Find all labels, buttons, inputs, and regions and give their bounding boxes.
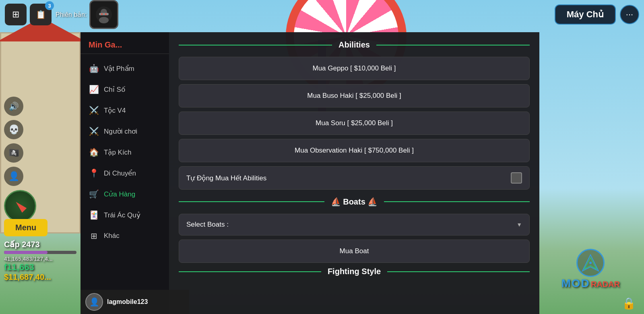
radar-logo-icon	[580, 253, 601, 273]
chi-so-label: Chỉ Số	[104, 85, 125, 94]
more-options-button[interactable]: ···	[620, 5, 639, 24]
nguoi-choi-icon: ⚔️	[89, 126, 99, 136]
beli-text: f11,663	[4, 262, 76, 273]
radar-text: RADAR	[591, 280, 620, 289]
bottom-left-hud: Menu Cấp 2473 41,165,483/127,4... f11,66…	[4, 219, 76, 282]
buy-geppo-button[interactable]: Mua Geppo [ $10,000 Beli ]	[179, 57, 530, 80]
sidebar: Min Ga... 🤖 Vật Phẩm 📈 Chỉ Số ⚔️ Tộc V4 …	[80, 32, 169, 314]
sidebar-header: Min Ga...	[80, 36, 169, 54]
trai-ac-quy-icon: 🃏	[89, 210, 99, 220]
svg-point-4	[101, 13, 103, 15]
mod-radar-watermark: MOD RADAR	[561, 249, 620, 290]
nguoi-choi-label: Người chơi	[104, 127, 137, 136]
flag-button[interactable]: 🏴‍☠️	[4, 143, 23, 163]
boats-line-right	[384, 201, 530, 202]
player-name: lagmobile123	[107, 298, 148, 306]
person-button[interactable]: 👤	[4, 167, 23, 186]
toc-v4-label: Tộc V4	[104, 106, 126, 115]
xp-bar	[4, 251, 76, 254]
ninja-avatar-icon	[95, 6, 113, 23]
boats-section-header: ⛵ Boats ⛵	[179, 197, 530, 207]
svg-point-2	[99, 17, 109, 23]
may-chu-button[interactable]: Máy Chủ	[555, 4, 616, 25]
buy-boat-button[interactable]: Mua Boat	[179, 240, 530, 263]
compass	[4, 190, 36, 222]
tap-kich-icon: 🏠	[89, 147, 99, 157]
chi-so-icon: 📈	[89, 85, 99, 94]
sound-button[interactable]: 🔊	[4, 97, 23, 116]
toc-v4-icon: ⚔️	[89, 105, 99, 115]
sidebar-item-nguoi-choi[interactable]: ⚔️ Người chơi	[80, 121, 169, 142]
level-info: Cấp 2473	[4, 240, 76, 249]
di-chuyen-label: Di Chuyển	[104, 169, 136, 178]
sidebar-item-chi-so[interactable]: 📈 Chỉ Số	[80, 79, 169, 100]
boats-title: ⛵ Boats ⛵	[331, 197, 378, 207]
sidebar-item-khac[interactable]: ⊞ Khác	[80, 225, 169, 246]
vat-pham-label: Vật Phẩm	[104, 64, 134, 73]
auto-buy-row[interactable]: Tự Động Mua Hết Abilities	[179, 166, 530, 190]
svg-point-5	[105, 13, 107, 15]
lock-icon: 🔒	[622, 297, 636, 310]
select-boats-label: Select Boats :	[186, 221, 229, 229]
svg-point-8	[589, 262, 592, 264]
di-chuyen-icon: 📍	[89, 168, 99, 178]
sidebar-item-trai-ac-quy[interactable]: 🃏 Trái Ác Quỷ	[80, 205, 169, 225]
fighting-section-header: Fighting Style	[179, 267, 530, 276]
home-button[interactable]: ⊞	[5, 4, 27, 25]
top-right-controls: Máy Chủ ···	[555, 4, 639, 25]
compass-arrow	[14, 200, 27, 213]
select-boats-dropdown[interactable]: Select Boats : ▼	[179, 214, 530, 236]
vat-pham-icon: 🤖	[89, 64, 99, 73]
buy-soru-button[interactable]: Mua Soru [ $25,000 Beli ]	[179, 112, 530, 135]
buy-observation-haki-button[interactable]: Mua Observation Haki [ $750,000 Beli ]	[179, 139, 530, 162]
sidebar-item-cua-hang[interactable]: 🛒 Cửa Hàng	[80, 184, 169, 205]
tap-kich-label: Tập Kích	[104, 148, 132, 157]
mod-text: MOD	[561, 277, 590, 290]
cua-hang-icon: 🛒	[89, 189, 99, 199]
notification-badge: 3	[45, 1, 54, 10]
content-area: Abilities Mua Geppo [ $10,000 Beli ] Mua…	[169, 32, 539, 314]
abilities-line-left	[179, 45, 332, 45]
menu-button[interactable]: Menu	[4, 219, 47, 236]
buy-buso-haki-button[interactable]: Mua Buso Haki [ $25,000 Beli ]	[179, 84, 530, 107]
skull-button[interactable]: 💀	[4, 120, 23, 139]
top-bar: ⊞ 📋 3 Phiên bản: Máy Chủ ···	[0, 0, 644, 29]
abilities-section-header: Abilities	[179, 40, 530, 50]
svg-rect-3	[99, 13, 109, 15]
fighting-title: Fighting Style	[328, 267, 381, 276]
trai-ac-quy-label: Trái Ác Quỷ	[104, 211, 140, 219]
player-avatar: 👤	[85, 293, 103, 311]
khac-icon: ⊞	[89, 231, 99, 241]
money-text: $11,687,40...	[4, 273, 76, 282]
avatar-button[interactable]	[89, 0, 118, 29]
auto-buy-toggle[interactable]	[511, 172, 522, 184]
player-info-row: 👤 lagmobile123	[80, 290, 189, 314]
sidebar-item-toc-v4[interactable]: ⚔️ Tộc V4	[80, 100, 169, 121]
auto-buy-label: Tự Động Mua Hết Abilities	[186, 174, 266, 182]
khac-label: Khác	[104, 232, 120, 240]
xp-fill	[4, 251, 47, 254]
notification-button[interactable]: 📋 3	[30, 4, 52, 25]
cua-hang-label: Cửa Hàng	[104, 190, 135, 198]
sidebar-item-vat-pham[interactable]: 🤖 Vật Phẩm	[80, 58, 169, 79]
sidebar-item-di-chuyen[interactable]: 📍 Di Chuyển	[80, 163, 169, 184]
main-panel: Min Ga... 🤖 Vật Phẩm 📈 Chỉ Số ⚔️ Tộc V4 …	[80, 32, 539, 314]
left-hud: 🔊 💀 🏴‍☠️ 👤	[4, 97, 36, 222]
abilities-title: Abilities	[339, 40, 370, 50]
mod-radar-logo	[576, 249, 605, 277]
dropdown-arrow-icon: ▼	[516, 221, 522, 228]
fighting-line-right	[387, 271, 530, 272]
boats-line-left	[179, 201, 324, 202]
abilities-line-right	[376, 45, 530, 45]
xp-text: 41,165,483/127,4...	[4, 256, 76, 262]
version-label: Phiên bản:	[56, 11, 87, 19]
fighting-line-left	[179, 271, 321, 272]
sidebar-item-tap-kich[interactable]: 🏠 Tập Kích	[80, 142, 169, 163]
